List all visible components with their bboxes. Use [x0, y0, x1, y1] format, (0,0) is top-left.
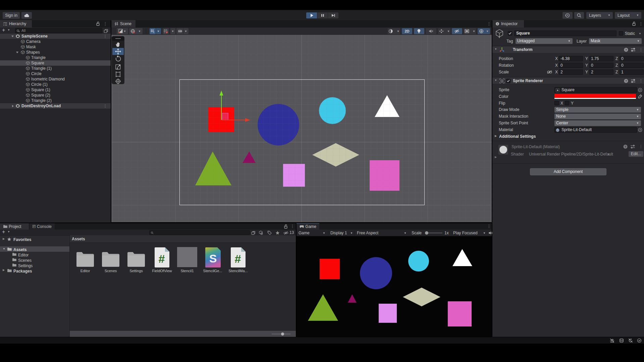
- svg-text:Y: Y: [153, 31, 155, 34]
- svg-text:Square (2): Square (2): [31, 93, 50, 98]
- svg-text:SampleScene: SampleScene: [21, 34, 48, 39]
- svg-text:?: ?: [625, 79, 627, 83]
- svg-text:Shapes: Shapes: [26, 50, 40, 55]
- svg-text:?: ?: [625, 145, 627, 148]
- svg-text:FieldOfView: FieldOfView: [152, 269, 172, 273]
- svg-text:⋮: ⋮: [103, 34, 107, 38]
- svg-text:Triangle: Triangle: [31, 55, 46, 60]
- svg-text:Camera: Camera: [26, 39, 41, 44]
- svg-text:StencilGe...: StencilGe...: [203, 269, 222, 273]
- svg-text:Circle: Circle: [31, 71, 42, 76]
- svg-text:DontDestroyOnLoad: DontDestroyOnLoad: [21, 104, 61, 108]
- svg-text:?: ?: [625, 48, 627, 52]
- svg-text:Square (1): Square (1): [31, 87, 50, 92]
- svg-text:Circle (1): Circle (1): [31, 82, 48, 87]
- svg-text:S: S: [209, 252, 217, 265]
- svg-text:⋮: ⋮: [103, 104, 107, 108]
- svg-text:Triangle (1): Triangle (1): [31, 66, 52, 71]
- svg-text:Mask: Mask: [26, 45, 36, 49]
- svg-text:Isometric Diamond: Isometric Diamond: [31, 77, 65, 81]
- svg-text:Scenes: Scenes: [105, 269, 117, 273]
- svg-text:Square: Square: [31, 61, 44, 65]
- svg-text:Settings: Settings: [129, 269, 143, 273]
- svg-text:Editor: Editor: [80, 269, 90, 273]
- svg-text:StencilMa...: StencilMa...: [228, 269, 248, 273]
- svg-text:Triangle (2): Triangle (2): [31, 98, 52, 103]
- svg-text:Stencil1: Stencil1: [180, 269, 194, 273]
